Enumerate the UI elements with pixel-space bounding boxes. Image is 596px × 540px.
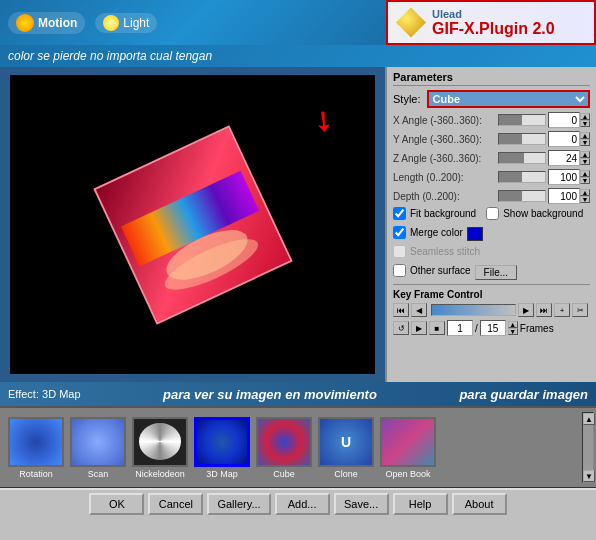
ulead-gem-icon: [396, 8, 426, 38]
light-button[interactable]: Light: [95, 13, 157, 33]
depth-down[interactable]: ▼: [580, 196, 590, 203]
x-angle-row: X Angle (-360..360): ▲ ▼: [393, 112, 590, 128]
scroll-down-button[interactable]: ▼: [583, 470, 595, 482]
keyframe-controls: ⏮ ◀ ▶ ⏭ + ✂: [393, 303, 590, 317]
x-angle-spin[interactable]: ▲ ▼: [580, 113, 590, 127]
length-spin[interactable]: ▲ ▼: [580, 170, 590, 184]
style-label: Style:: [393, 93, 421, 105]
effect-item-clone[interactable]: U Clone: [318, 417, 374, 479]
merge-color-swatch[interactable]: [467, 227, 483, 241]
seamless-row: Seamless stitch: [393, 245, 590, 261]
canvas-area: ➘: [0, 67, 386, 382]
depth-slider[interactable]: [498, 190, 546, 202]
other-surface-text: Other surface: [410, 265, 471, 276]
effect-item-scan[interactable]: Scan: [70, 417, 126, 479]
y-angle-input[interactable]: [548, 131, 580, 147]
length-slider[interactable]: [498, 171, 546, 183]
kf-frame-row: ↺ ▶ ■ / ▲ ▼ Frames: [393, 320, 590, 336]
kf-up[interactable]: ▲: [508, 321, 518, 328]
z-angle-down[interactable]: ▼: [580, 158, 590, 165]
length-down[interactable]: ▼: [580, 177, 590, 184]
length-input[interactable]: [548, 169, 580, 185]
other-surface-label[interactable]: Other surface: [393, 264, 471, 277]
kf-spin[interactable]: ▲ ▼: [508, 321, 518, 335]
seamless-checkbox: [393, 245, 406, 258]
nickelodeon-label: Nickelodeon: [135, 469, 185, 479]
y-angle-down[interactable]: ▼: [580, 139, 590, 146]
ok-button[interactable]: OK: [89, 493, 144, 515]
gallery-button[interactable]: Gallery...: [207, 493, 270, 515]
kf-down[interactable]: ▼: [508, 328, 518, 335]
show-bg-checkbox[interactable]: [486, 207, 499, 220]
rotation-label: Rotation: [19, 469, 53, 479]
seamless-text: Seamless stitch: [410, 246, 480, 257]
scan-label: Scan: [88, 469, 109, 479]
z-angle-slider[interactable]: [498, 152, 546, 164]
y-angle-spin[interactable]: ▲ ▼: [580, 132, 590, 146]
add-button[interactable]: Add...: [275, 493, 330, 515]
scroll-up-button[interactable]: ▲: [583, 413, 595, 425]
canvas-black: ➘: [10, 75, 375, 374]
z-angle-spin[interactable]: ▲ ▼: [580, 151, 590, 165]
x-angle-slider[interactable]: [498, 114, 546, 126]
kf-play-button[interactable]: ▶: [411, 321, 427, 335]
show-bg-label[interactable]: Show background: [486, 207, 583, 220]
kf-current-input[interactable]: [447, 320, 473, 336]
about-button[interactable]: About: [452, 493, 507, 515]
kf-slider[interactable]: [431, 304, 516, 316]
effect-item-openbook[interactable]: Open Book: [380, 417, 436, 479]
fit-show-row: Fit background Show background: [393, 207, 590, 223]
kf-del-button[interactable]: ✂: [572, 303, 588, 317]
kf-prev-button[interactable]: ◀: [411, 303, 427, 317]
kf-total-input[interactable]: [480, 320, 506, 336]
effect-item-3dmap[interactable]: 3D Map: [194, 417, 250, 479]
y-angle-slider[interactable]: [498, 133, 546, 145]
bottom-label-bar: Effect: 3D Map para ver su imagen en mov…: [0, 382, 596, 406]
fit-bg-label[interactable]: Fit background: [393, 207, 476, 220]
depth-up[interactable]: ▲: [580, 189, 590, 196]
keyframe-title: Key Frame Control: [393, 289, 590, 300]
merge-checkbox[interactable]: [393, 226, 406, 239]
effects-scrollbar[interactable]: ▲ ▼: [582, 412, 594, 483]
kf-add-button[interactable]: +: [554, 303, 570, 317]
style-select[interactable]: Cube Sphere Cylinder: [427, 90, 590, 108]
motion-icon: [16, 14, 34, 32]
kf-end-button[interactable]: ⏭: [536, 303, 552, 317]
x-angle-input[interactable]: [548, 112, 580, 128]
depth-spin[interactable]: ▲ ▼: [580, 189, 590, 203]
top-left-panel: Motion Light: [0, 0, 386, 45]
file-button[interactable]: File...: [475, 265, 517, 280]
clone-thumb: U: [318, 417, 374, 467]
length-up[interactable]: ▲: [580, 170, 590, 177]
kf-next-button[interactable]: ▶: [518, 303, 534, 317]
light-label: Light: [123, 16, 149, 30]
z-angle-up[interactable]: ▲: [580, 151, 590, 158]
other-surface-checkbox[interactable]: [393, 264, 406, 277]
save-button[interactable]: Save...: [334, 493, 389, 515]
show-bg-text: Show background: [503, 208, 583, 219]
x-angle-up[interactable]: ▲: [580, 113, 590, 120]
other-surface-row: Other surface File...: [393, 264, 590, 280]
effect-item-rotation[interactable]: Rotation: [8, 417, 64, 479]
openbook-thumb: [380, 417, 436, 467]
fit-bg-text: Fit background: [410, 208, 476, 219]
ulead-word: Ulead: [432, 8, 555, 20]
effect-item-nickelodeon[interactable]: Nickelodeon: [132, 417, 188, 479]
x-angle-down[interactable]: ▼: [580, 120, 590, 127]
effects-strip: Rotation Scan Nickelodeon 3D Map Cube U: [0, 406, 596, 488]
y-angle-up[interactable]: ▲: [580, 132, 590, 139]
length-row: Length (0..200): ▲ ▼: [393, 169, 590, 185]
motion-button[interactable]: Motion: [8, 12, 85, 34]
cancel-button[interactable]: Cancel: [148, 493, 203, 515]
scroll-track: [583, 425, 593, 470]
kf-stop-button[interactable]: ■: [429, 321, 445, 335]
kf-loop-button[interactable]: ↺: [393, 321, 409, 335]
z-angle-input[interactable]: [548, 150, 580, 166]
effect-item-cube[interactable]: Cube: [256, 417, 312, 479]
help-button[interactable]: Help: [393, 493, 448, 515]
cube-label: Cube: [273, 469, 295, 479]
depth-input[interactable]: [548, 188, 580, 204]
merge-label[interactable]: Merge color: [393, 226, 463, 239]
kf-rewind-button[interactable]: ⏮: [393, 303, 409, 317]
fit-bg-checkbox[interactable]: [393, 207, 406, 220]
